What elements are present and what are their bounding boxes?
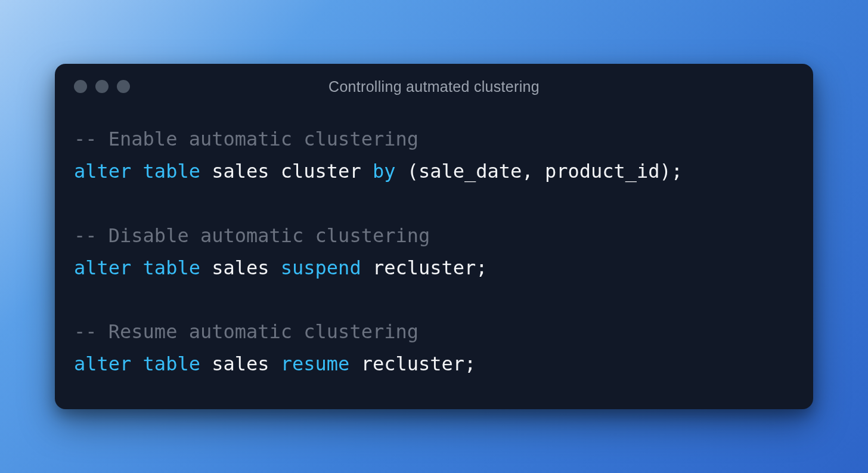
code-text: recluster; — [361, 256, 488, 279]
code-comment: -- Resume automatic clustering — [74, 320, 418, 343]
code-text — [131, 256, 142, 279]
code-text: recluster; — [349, 353, 476, 375]
code-comment: -- Disable automatic clustering — [74, 224, 430, 247]
code-text: sales — [200, 256, 281, 279]
close-icon[interactable] — [74, 80, 87, 93]
code-text: sales cluster — [200, 160, 373, 183]
maximize-icon[interactable] — [117, 80, 130, 93]
code-keyword: suspend — [281, 256, 361, 279]
minimize-icon[interactable] — [95, 80, 108, 93]
code-line: -- Resume automatic clustering — [74, 316, 794, 348]
code-line: alter table sales cluster by (sale_date,… — [74, 156, 794, 188]
code-keyword: table — [143, 160, 200, 183]
code-keyword: alter — [74, 256, 131, 279]
code-line: alter table sales suspend recluster; — [74, 252, 794, 285]
code-text — [131, 353, 142, 375]
code-keyword: by — [373, 160, 396, 183]
code-keyword: table — [143, 256, 200, 279]
blank-line — [74, 188, 794, 220]
code-text: sales — [200, 353, 281, 375]
code-keyword: table — [143, 353, 200, 375]
titlebar: Controlling autmated clustering — [55, 64, 813, 109]
traffic-lights — [74, 80, 130, 93]
blank-line — [74, 284, 794, 316]
code-keyword: alter — [74, 160, 131, 183]
code-line: alter table sales resume recluster; — [74, 348, 794, 381]
window-title: Controlling autmated clustering — [74, 78, 794, 95]
code-text — [131, 160, 142, 183]
code-comment: -- Enable automatic clustering — [74, 128, 418, 150]
code-area: -- Enable automatic clustering alter tab… — [55, 109, 813, 409]
code-keyword: alter — [74, 353, 131, 375]
code-line: -- Disable automatic clustering — [74, 220, 794, 252]
code-keyword: resume — [281, 353, 350, 375]
code-text: (sale_date, product_id); — [395, 160, 683, 183]
code-line: -- Enable automatic clustering — [74, 123, 794, 156]
code-window: Controlling autmated clustering -- Enabl… — [55, 64, 813, 409]
